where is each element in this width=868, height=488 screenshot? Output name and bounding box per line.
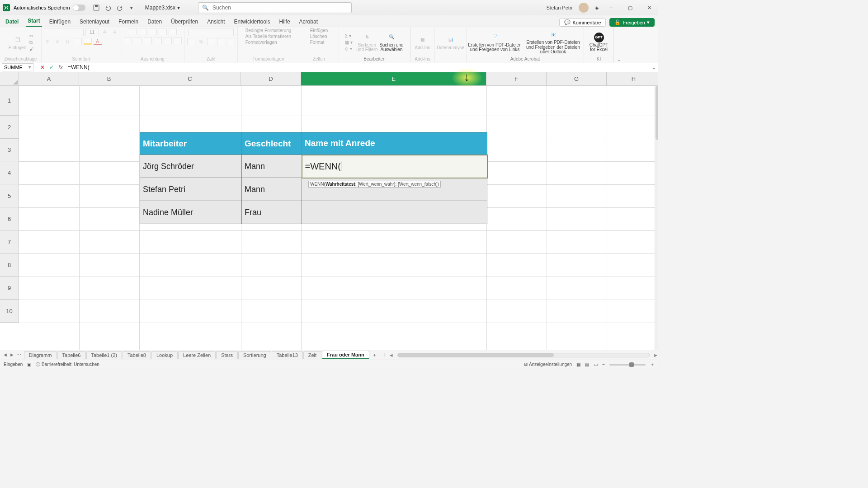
row-header-4[interactable]: 4 bbox=[0, 161, 19, 184]
font-family-select[interactable] bbox=[44, 28, 84, 36]
doc-chevron-icon[interactable]: ▾ bbox=[177, 5, 180, 11]
decrease-font-icon[interactable]: A bbox=[111, 28, 119, 35]
cancel-formula-icon[interactable]: ✕ bbox=[38, 64, 47, 70]
sheet-tab-zeit[interactable]: Zeit bbox=[303, 351, 321, 359]
wrap-text-icon[interactable] bbox=[169, 28, 177, 35]
row-header-1[interactable]: 1 bbox=[0, 86, 19, 116]
col-header-c[interactable]: C bbox=[139, 72, 241, 86]
col-header-h[interactable]: H bbox=[607, 72, 658, 86]
user-avatar[interactable] bbox=[579, 3, 589, 13]
font-size-select[interactable]: 11 bbox=[85, 28, 99, 36]
format-cells-button[interactable]: Format bbox=[310, 40, 325, 45]
sheet-tab-tabelle8[interactable]: Tabelle8 bbox=[123, 351, 151, 359]
col-header-e[interactable]: E bbox=[301, 72, 486, 86]
collapse-ribbon-icon[interactable]: ⌄ bbox=[614, 27, 624, 62]
view-normal-icon[interactable]: ▦ bbox=[576, 362, 580, 367]
pdf-outlook-button[interactable]: 📧 Erstellen von PDF-Dateien und Freigebe… bbox=[524, 30, 583, 55]
cell-d5[interactable]: Mann bbox=[242, 178, 302, 201]
close-button[interactable]: ✕ bbox=[643, 3, 656, 12]
col-header-a[interactable]: A bbox=[19, 72, 79, 86]
format-as-table-button[interactable]: Als Tabelle formatieren bbox=[245, 34, 292, 39]
comma-icon[interactable] bbox=[207, 38, 215, 45]
dec-decimal-icon[interactable] bbox=[227, 38, 235, 45]
zoom-out-icon[interactable]: − bbox=[602, 362, 605, 367]
expand-formula-icon[interactable]: ⌄ bbox=[649, 64, 658, 70]
sheet-tab-tabelle1-2[interactable]: Tabelle1 (2) bbox=[86, 351, 122, 359]
tab-daten[interactable]: Daten bbox=[146, 17, 164, 27]
view-page-break-icon[interactable]: ▭ bbox=[594, 362, 598, 367]
zoom-in-icon[interactable]: ＋ bbox=[650, 361, 655, 368]
tab-scroll-right-icon[interactable]: ► bbox=[9, 352, 14, 358]
orientation-icon[interactable] bbox=[159, 28, 167, 35]
find-select-button[interactable]: 🔍 Suchen und Auswählen bbox=[379, 33, 404, 52]
tab-scroll-left-icon[interactable]: ◄ bbox=[3, 352, 8, 358]
align-top-icon[interactable] bbox=[129, 28, 137, 35]
font-color-icon[interactable]: A bbox=[94, 38, 102, 45]
cell-d4[interactable]: Mann bbox=[242, 155, 302, 178]
tab-hilfe[interactable]: Hilfe bbox=[278, 17, 292, 27]
underline-icon[interactable]: U bbox=[64, 38, 72, 45]
undo-icon[interactable] bbox=[104, 3, 113, 12]
hscroll-right-icon[interactable]: ► bbox=[653, 352, 658, 358]
share-button[interactable]: 🔓 Freigeben ▾ bbox=[609, 18, 655, 27]
header-anrede[interactable]: Name mit Anrede bbox=[302, 132, 487, 155]
data-analysis-button[interactable]: 📊Datenanalyse bbox=[441, 35, 461, 50]
sheet-tab-stars[interactable]: Stars bbox=[216, 351, 238, 359]
tab-formeln[interactable]: Formeln bbox=[117, 17, 140, 27]
row-header-5[interactable]: 5 bbox=[0, 184, 19, 207]
fill-color-icon[interactable] bbox=[84, 38, 92, 45]
tab-acrobat[interactable]: Acrobat bbox=[297, 17, 320, 27]
pdf-links-button[interactable]: 📄 Erstellen von PDF-Dateien und Freigebe… bbox=[468, 33, 522, 52]
present-icon[interactable]: ◈ bbox=[595, 5, 599, 11]
autosave-toggle[interactable] bbox=[73, 5, 85, 11]
cell-e6[interactable] bbox=[302, 201, 487, 224]
hscroll-left-icon[interactable]: ◄ bbox=[389, 352, 394, 358]
header-geschlecht[interactable]: Geschlecht bbox=[242, 132, 302, 155]
conditional-formatting-button[interactable]: Bedingte Formatierung bbox=[245, 28, 292, 33]
indent-inc-icon[interactable] bbox=[164, 37, 172, 44]
row-header-2[interactable]: 2 bbox=[0, 116, 19, 139]
sheet-tab-lookup[interactable]: Lookup bbox=[151, 351, 178, 359]
col-header-b[interactable]: B bbox=[79, 72, 139, 86]
tab-start[interactable]: Start bbox=[26, 16, 42, 27]
maximize-button[interactable]: ▢ bbox=[624, 3, 637, 12]
comments-button[interactable]: 💬 Kommentare bbox=[559, 18, 606, 27]
header-mitarbeiter[interactable]: Mitarbeiter bbox=[140, 132, 242, 155]
borders-icon[interactable] bbox=[74, 38, 82, 45]
formula-input[interactable]: =WENN( bbox=[65, 64, 649, 70]
bold-icon[interactable]: F bbox=[44, 38, 52, 45]
format-painter-icon[interactable]: 🖌 bbox=[29, 47, 34, 52]
number-format-select[interactable] bbox=[189, 28, 234, 36]
copy-icon[interactable]: ⧉ bbox=[29, 40, 34, 45]
fx-icon[interactable]: fx bbox=[56, 64, 65, 70]
percent-icon[interactable]: % bbox=[197, 38, 205, 45]
qat-more-icon[interactable]: ▾ bbox=[127, 3, 136, 12]
name-box[interactable]: SUMME▾ bbox=[2, 63, 33, 71]
cell-c5[interactable]: Stefan Petri bbox=[140, 178, 242, 201]
increase-font-icon[interactable]: A bbox=[101, 28, 109, 35]
row-header-8[interactable]: 8 bbox=[0, 253, 19, 277]
align-center-icon[interactable] bbox=[134, 37, 142, 44]
tab-seitenlayout[interactable]: Seitenlayout bbox=[78, 17, 111, 27]
cell-c4[interactable]: Jörg Schröder bbox=[140, 155, 242, 178]
row-header-7[interactable]: 7 bbox=[0, 230, 19, 253]
paste-button[interactable]: 📋 Einfügen bbox=[8, 35, 28, 50]
merge-icon[interactable] bbox=[174, 37, 182, 44]
horizontal-scrollbar[interactable] bbox=[397, 353, 650, 357]
autosum-icon[interactable]: Σ ▾ bbox=[345, 33, 353, 38]
minimize-button[interactable]: ─ bbox=[605, 3, 618, 12]
col-header-d[interactable]: D bbox=[241, 72, 301, 86]
row-header-9[interactable]: 9 bbox=[0, 277, 19, 300]
sheet-tab-diagramm[interactable]: Diagramm bbox=[24, 351, 57, 359]
cell-c6[interactable]: Nadine Müller bbox=[140, 201, 242, 224]
cell-d6[interactable]: Frau bbox=[242, 201, 302, 224]
tab-datei[interactable]: Datei bbox=[4, 17, 20, 27]
view-page-layout-icon[interactable]: ▤ bbox=[585, 362, 589, 367]
currency-icon[interactable] bbox=[187, 38, 195, 45]
fill-icon[interactable]: ▦ ▾ bbox=[345, 40, 353, 45]
accessibility-status[interactable]: ⓘ Barrierefreiheit: Untersuchen bbox=[36, 361, 99, 368]
tab-menu-icon[interactable]: ⋯ bbox=[16, 352, 21, 358]
sheet-tab-tabelle6[interactable]: Tabelle6 bbox=[57, 351, 86, 359]
sheet-tab-frau-oder-mann[interactable]: Frau oder Mann bbox=[322, 351, 369, 359]
cell-e4-editing[interactable]: =WENN( bbox=[302, 155, 487, 178]
